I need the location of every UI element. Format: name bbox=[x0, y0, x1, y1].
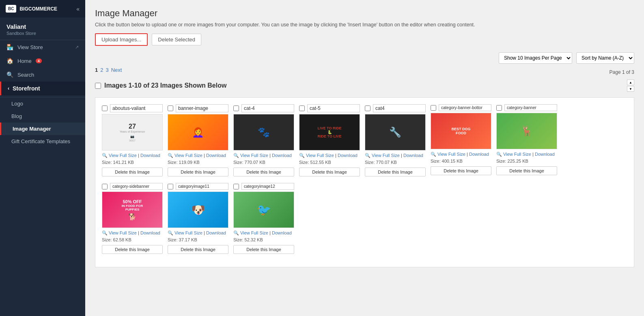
image-card-category-banner-bottom: category-banner-bottor BEST DOG FOOD 🔍 V… bbox=[431, 104, 491, 176]
sidebar-item-logo[interactable]: Logo bbox=[0, 97, 85, 110]
delete-cat-4[interactable]: Delete this Image bbox=[233, 168, 294, 176]
pagination-page-3[interactable]: 3 bbox=[106, 67, 108, 73]
view-full-size-catbannerbottom[interactable]: View Full Size bbox=[437, 152, 465, 157]
delete-cat-5[interactable]: Delete this Image bbox=[299, 168, 360, 176]
download-categoryimage11[interactable]: Download bbox=[206, 230, 226, 235]
checkbox-categorybanner[interactable] bbox=[496, 105, 502, 111]
checkbox-banner-image[interactable] bbox=[168, 105, 173, 111]
delete-cat4[interactable]: Delete this Image bbox=[365, 168, 426, 176]
delete-categoryimage11[interactable]: Delete this Image bbox=[168, 245, 228, 254]
sidebar-item-storefront[interactable]: ‹ Storefront bbox=[0, 82, 85, 95]
download-categoryimage12[interactable]: Download bbox=[272, 230, 292, 235]
top-controls: Show 10 Images Per Page Show 20 Images P… bbox=[95, 52, 634, 64]
download-categorybanner[interactable]: Download bbox=[535, 152, 555, 157]
thumb-catbannerbottom: BEST DOG FOOD bbox=[431, 113, 491, 149]
view-full-size-aboutus[interactable]: View Full Size bbox=[109, 153, 137, 158]
image-name-cat-5: cat-5 bbox=[307, 104, 360, 112]
image-card-aboutus-valiant: aboutus-valiant 27 Years of Experience 📷… bbox=[102, 104, 163, 176]
select-all-checkbox[interactable] bbox=[95, 83, 101, 89]
thumb-cat-5: LIVE TO RIDE 🐍 RIDE TO LIVE bbox=[299, 114, 360, 150]
meta-banner-image: 🔍 View Full Size | Download Size: 119.09… bbox=[168, 152, 228, 166]
meta-catbannerbottom: 🔍 View Full Size | Download Size: 400.15… bbox=[431, 151, 491, 164]
image-card-category-sidebanner: category-sidebanner 50% OFF IN FOOD FOR … bbox=[102, 183, 163, 254]
meta-aboutus-valiant: 🔍 View Full Size | Download Size: 141.21… bbox=[102, 152, 163, 166]
image-card-banner-image: banner-image 👩‍🦰 🔍 View Full Size | Down… bbox=[168, 104, 228, 176]
delete-banner-image[interactable]: Delete this Image bbox=[168, 168, 228, 176]
sidebar: BC BIGCOMMERCE « Valiant Sandbox Store 🏪… bbox=[0, 0, 85, 316]
upload-images-button[interactable]: Upload Images... bbox=[95, 33, 148, 46]
download-cat5[interactable]: Download bbox=[338, 153, 358, 158]
gift-cert-menu-label: Gift Certificate Templates bbox=[11, 138, 70, 144]
images-header: Images 1-10 of 23 Images Shown Below ▲ ▼ bbox=[95, 80, 634, 92]
sidebar-collapse-button[interactable]: « bbox=[76, 6, 80, 12]
spinner-down[interactable]: ▼ bbox=[627, 86, 634, 92]
images-count-label: Images 1-10 of 23 Images Shown Below bbox=[104, 82, 226, 89]
view-full-size-categoryimage12[interactable]: View Full Size bbox=[240, 230, 268, 235]
delete-catsidebanner[interactable]: Delete this Image bbox=[102, 245, 163, 254]
page-description: Click the button below to upload one or … bbox=[95, 22, 634, 28]
sidebar-item-blog[interactable]: Blog bbox=[0, 110, 85, 123]
pagination-page-2[interactable]: 2 bbox=[100, 67, 103, 73]
download-cat4b[interactable]: Download bbox=[403, 153, 423, 158]
view-full-size-cat4b[interactable]: View Full Size bbox=[372, 153, 400, 158]
delete-catbannerbottom[interactable]: Delete this Image bbox=[431, 166, 491, 175]
sidebar-item-view-store[interactable]: 🏪 View Store ↗ bbox=[0, 40, 85, 54]
sidebar-item-search[interactable]: 🔍 Search bbox=[0, 68, 85, 82]
sidebar-item-gift-cert[interactable]: Gift Certificate Templates bbox=[0, 135, 85, 148]
storefront-section: Logo Blog Image Manager Gift Certificate… bbox=[0, 97, 85, 148]
image-name-categorybanner: category-banner bbox=[504, 104, 557, 111]
pagination: 1 2 3 Next bbox=[95, 67, 122, 73]
meta-cat-5: 🔍 View Full Size | Download Size: 512.55… bbox=[299, 152, 360, 166]
view-full-size-cat4[interactable]: View Full Size bbox=[240, 153, 268, 158]
home-icon: 🏠 bbox=[6, 58, 13, 64]
view-full-size-catsidebanner[interactable]: View Full Size bbox=[109, 230, 137, 235]
pagination-next[interactable]: Next bbox=[111, 67, 122, 73]
view-full-size-categorybanner[interactable]: View Full Size bbox=[503, 152, 531, 157]
view-full-size-cat5[interactable]: View Full Size bbox=[306, 153, 334, 158]
checkbox-categoryimage12[interactable] bbox=[233, 184, 239, 189]
blog-menu-label: Blog bbox=[11, 113, 22, 119]
image-name-categoryimage11: categoryimage11 bbox=[176, 183, 228, 190]
search-icon: 🔍 bbox=[6, 71, 13, 78]
image-card-cat-5: cat-5 LIVE TO RIDE 🐍 RIDE TO LIVE 🔍 View… bbox=[299, 104, 360, 176]
image-row-1: aboutus-valiant 27 Years of Experience 📷… bbox=[102, 104, 627, 176]
view-full-size-banner[interactable]: View Full Size bbox=[174, 153, 202, 158]
checkbox-catsidebanner[interactable] bbox=[102, 184, 108, 189]
download-aboutus[interactable]: Download bbox=[140, 153, 160, 158]
image-card-cat4: cat4 🔧 🔍 View Full Size | Download Size:… bbox=[365, 104, 426, 176]
sidebar-item-home[interactable]: 🏠 Home 4 bbox=[0, 54, 85, 68]
checkbox-catbannerbottom[interactable] bbox=[431, 105, 436, 111]
view-full-size-categoryimage11[interactable]: View Full Size bbox=[174, 230, 202, 235]
images-per-page-select[interactable]: Show 10 Images Per Page Show 20 Images P… bbox=[499, 52, 572, 64]
meta-categoryimage11: 🔍 View Full Size | Download Size: 37.17 … bbox=[168, 230, 228, 243]
download-cat4[interactable]: Download bbox=[272, 153, 292, 158]
delete-aboutus-valiant[interactable]: Delete this Image bbox=[102, 168, 163, 176]
checkbox-cat-4[interactable] bbox=[233, 105, 239, 111]
search-label: Search bbox=[17, 72, 34, 78]
checkbox-categoryimage11[interactable] bbox=[168, 184, 173, 189]
home-badge: 4 bbox=[36, 58, 42, 63]
thumb-categoryimage12: 🐦 bbox=[233, 191, 294, 228]
image-name-cat4: cat4 bbox=[373, 104, 426, 112]
image-name-banner-image: banner-image bbox=[176, 104, 228, 112]
image-name-categoryimage12: categoryimage12 bbox=[241, 183, 294, 190]
download-catbannerbottom[interactable]: Download bbox=[469, 152, 489, 157]
download-banner[interactable]: Download bbox=[206, 153, 226, 158]
spinner-up[interactable]: ▲ bbox=[627, 80, 634, 85]
sidebar-item-image-manager[interactable]: Image Manager bbox=[0, 123, 85, 135]
download-catsidebanner[interactable]: Download bbox=[140, 230, 160, 235]
brand-name: BIGCOMMERCE bbox=[19, 6, 57, 12]
delete-selected-button[interactable]: Delete Selected bbox=[152, 34, 201, 45]
sort-select[interactable]: Sort by Name (A-Z) Sort by Name (Z-A) So… bbox=[576, 52, 634, 64]
bigcommerce-logo-icon: BC bbox=[6, 5, 16, 13]
delete-categoryimage12[interactable]: Delete this Image bbox=[233, 245, 294, 254]
thumb-banner-image: 👩‍🦰 bbox=[168, 114, 228, 150]
thumb-cat4: 🔧 bbox=[365, 114, 426, 150]
checkbox-aboutus-valiant[interactable] bbox=[102, 105, 108, 111]
checkbox-cat4[interactable] bbox=[365, 105, 370, 111]
store-info: Valiant Sandbox Store bbox=[0, 17, 85, 40]
checkbox-cat-5[interactable] bbox=[299, 105, 305, 111]
thumb-categoryimage11: 🐶 bbox=[168, 191, 228, 228]
delete-categorybanner[interactable]: Delete this Image bbox=[496, 166, 557, 175]
logo-area: BC BIGCOMMERCE bbox=[6, 5, 57, 13]
